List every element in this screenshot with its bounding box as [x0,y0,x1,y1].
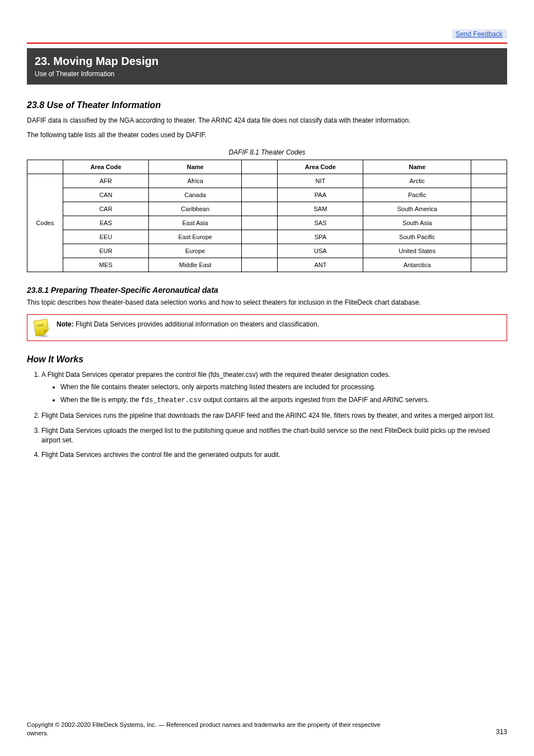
table-cell [471,174,507,188]
table-cell: EUR [63,244,149,258]
table-cell [471,202,507,216]
footer: Copyright © 2002-2020 FliteDeck Systems,… [27,721,507,737]
table-cell: Caribbean [149,202,242,216]
theater-codes-table: Area Code Name Area Code Name Codes AFR … [27,160,507,272]
table-cell: EEU [63,230,149,244]
subsection-title: 23.8.1 Preparing Theater-Specific Aerona… [27,286,507,295]
table-cell [471,230,507,244]
table-cell: East Europe [149,230,242,244]
chapter-bar: 23. Moving Map Design Use of Theater Inf… [27,48,507,85]
table-row-label: Codes [27,174,63,272]
paragraph: This topic describes how theater-based d… [27,298,507,307]
table-cell: South Asia [363,216,471,230]
table-cell: CAR [63,202,149,216]
table-row: CAN Canada PAA Pacific [27,188,507,202]
table-cell: Pacific [363,188,471,202]
paragraph: DAFIF data is classified by the NGA acco… [27,116,507,125]
table-cell [242,216,278,230]
note-text: Flight Data Services provides additional… [76,320,319,328]
table-header: Area Code [278,160,363,174]
feedback-link[interactable]: Send Feedback [452,29,507,39]
list-item: A Flight Data Services operator prepares… [41,370,507,405]
table-cell: Antarctica [363,258,471,272]
table-cell: Canada [149,188,242,202]
note-label: Note: [57,320,74,328]
table-cell: United States [363,244,471,258]
list-item: When the file contains theater selectors… [60,382,507,392]
table-cell: Middle East [149,258,242,272]
table-cell [242,230,278,244]
table-row: EUR Europe USA United States [27,244,507,258]
table-cell: East Asia [149,216,242,230]
list-item: Flight Data Services runs the pipeline t… [41,411,507,421]
chapter-number-title: 23. Moving Map Design [35,55,499,68]
table-row: EAS East Asia SAS South Asia [27,216,507,230]
sticky-note-icon: Note [32,318,51,337]
table-cell: SPA [278,230,363,244]
list-item: Flight Data Services uploads the merged … [41,426,507,445]
table-cell [242,258,278,272]
table-cell [471,244,507,258]
table-cell [471,216,507,230]
table-row: Codes AFR Africa NIT Arctic [27,174,507,188]
table-cell [471,188,507,202]
table-cell: ANT [278,258,363,272]
step-text: output contains all the airports ingeste… [202,396,429,404]
table-cell: MES [63,258,149,272]
table-cell: EAS [63,216,149,230]
table-header: Name [363,160,471,174]
header: Send Feedback [27,29,507,44]
copyright-text: Copyright © 2002-2020 FliteDeck Systems,… [27,721,385,737]
table-header: Area Code [63,160,149,174]
table-header [27,160,63,174]
page-number: 313 [496,728,507,737]
table-cell: Arctic [363,174,471,188]
table-header [242,160,278,174]
table-cell [242,244,278,258]
step-text: A Flight Data Services operator prepares… [41,371,390,379]
table-cell [242,188,278,202]
code-text: fds_theater.csv [141,396,202,404]
table-header: Name [149,160,242,174]
table-cell: PAA [278,188,363,202]
table-row: CAR Caribbean SAM South America [27,202,507,216]
table-cell: AFR [63,174,149,188]
list-item: Flight Data Services archives the contro… [41,450,507,460]
table-cell: Europe [149,244,242,258]
table-cell: SAS [278,216,363,230]
table-row: EEU East Europe SPA South Pacific [27,230,507,244]
table-row: MES Middle East ANT Antarctica [27,258,507,272]
step-text: When the file is empty, the [60,396,141,404]
table-cell [471,258,507,272]
section-intro: 23.8 Use of Theater Information DAFIF da… [27,100,507,139]
table-cell [242,202,278,216]
paragraph: The following table lists all the theate… [27,130,507,139]
section-title: 23.8 Use of Theater Information [27,100,507,110]
table-cell: NIT [278,174,363,188]
table-cell: South America [363,202,471,216]
table-cell: South Pacific [363,230,471,244]
table-cell: CAN [63,188,149,202]
chapter-topic: Use of Theater Information [35,70,499,78]
table-cell [242,174,278,188]
list-item: When the file is empty, the fds_theater.… [60,395,507,405]
table-caption: DAFIF 8.1 Theater Codes [27,148,507,156]
steps-list: A Flight Data Services operator prepares… [41,370,507,460]
svg-point-1 [39,335,48,337]
how-it-works-title: How It Works [27,354,507,365]
table-header-row: Area Code Name Area Code Name [27,160,507,174]
note-box: Note Note: Flight Data Services provides… [27,314,507,341]
table-cell: USA [278,244,363,258]
table-cell: Africa [149,174,242,188]
table-header [471,160,507,174]
table-cell: SAM [278,202,363,216]
